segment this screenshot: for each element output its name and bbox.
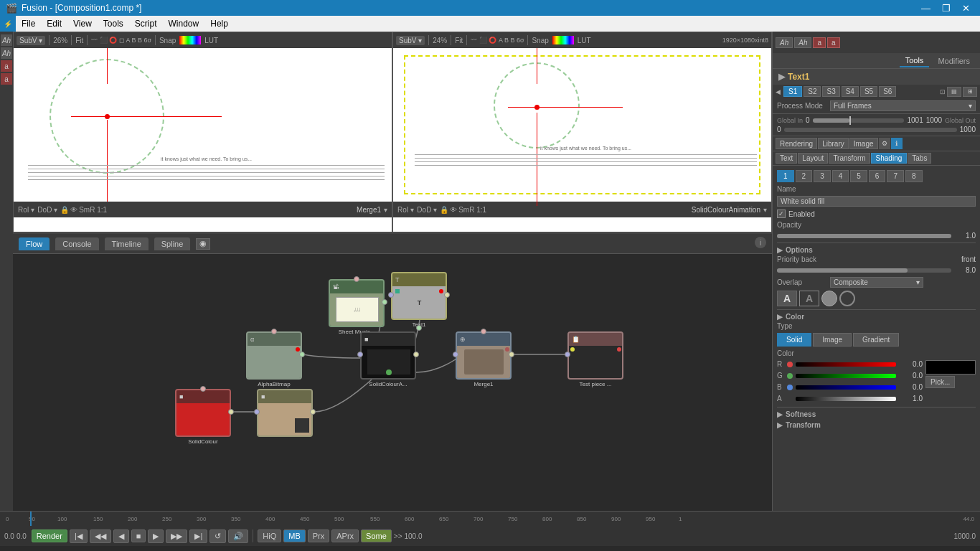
subv-btn-2[interactable]: SubV ▾ [396,36,425,45]
node-tan[interactable]: ■ [257,389,313,438]
restore-button[interactable]: ❐ [938,3,955,14]
prop-tab-library[interactable]: Library [818,138,849,149]
shading-tab-5[interactable]: 5 [850,170,867,182]
menu-script[interactable]: Script [129,17,163,30]
rp-ah-btn-1[interactable]: Ah [776,37,793,48]
shading-tab-8[interactable]: 8 [905,170,923,182]
r-slider[interactable] [796,362,896,367]
node-solid-colour[interactable]: ■ SolidColour [175,389,231,445]
rp-grid-btn[interactable]: ⊞ [963,87,977,97]
s-tab-1[interactable]: S1 [783,86,802,97]
shading-tab-4[interactable]: 4 [832,170,849,182]
volume-btn[interactable]: 🔊 [228,529,248,543]
menu-file[interactable]: File [16,17,41,30]
node-solid-colour-a[interactable]: ■ SolidColourA... [360,331,416,387]
title-controls[interactable]: — ❐ ✕ [917,3,974,14]
prop-tab-tabs[interactable]: Tabs [908,153,931,164]
softness-arrow[interactable]: ▶ [777,410,783,418]
process-mode-dropdown[interactable]: Full Frames ▾ [830,100,976,111]
global-out-slider[interactable] [784,128,957,132]
node-sheet-music[interactable]: 📽 ♩♩♩ Sheet Music... [329,279,385,335]
menu-view[interactable]: View [67,17,98,30]
node-test-piece[interactable]: 📋 Test piece ... [567,331,623,387]
tab-tools[interactable]: Tools [900,55,930,67]
overlap-dropdown[interactable]: Composite ▾ [830,277,923,288]
node-text1[interactable]: T T Text1 [391,272,447,328]
pick-color-btn[interactable]: Pick... [925,376,955,388]
aprx-btn[interactable]: APrx [331,529,359,542]
alpha-filled-btn[interactable]: A [777,291,797,306]
color-arrow[interactable]: ▶ [777,313,783,321]
frame-start-btn[interactable]: |◀ [70,529,88,543]
stop-btn[interactable]: ■ [131,529,146,542]
s-tab-6[interactable]: S6 [879,86,896,97]
global-range-slider[interactable] [813,118,905,123]
prop-tab-transform[interactable]: Transform [829,153,870,164]
mb-btn[interactable]: MB [283,529,306,542]
some-btn[interactable]: Some [361,529,392,542]
sidebar-ah-1[interactable]: Ah [1,34,12,46]
menu-tools[interactable]: Tools [98,17,129,30]
viewer-2-expand-icon[interactable]: ▾ [763,206,767,214]
shading-tab-6[interactable]: 6 [869,170,886,182]
prop-tab-shading[interactable]: Shading [871,153,908,164]
color-swatch[interactable] [925,360,976,375]
rp-view-btn[interactable]: ▤ [947,87,961,97]
tab-modifiers[interactable]: Modifiers [932,55,976,67]
tab-console[interactable]: Console [55,237,98,250]
rp-a-btn-2[interactable]: a [827,37,840,48]
tab-timeline[interactable]: Timeline [105,237,149,250]
info-icon[interactable]: i [755,237,766,248]
s-tab-3[interactable]: S3 [822,86,839,97]
transform-arrow[interactable]: ▶ [777,421,783,429]
frame-back-btn[interactable]: ◀◀ [90,529,111,543]
rp-a-btn-1[interactable]: a [813,37,826,48]
frame-fwd-btn[interactable]: ▶▶ [166,529,187,543]
prop-tab-settings-icon[interactable]: ⚙ [879,138,890,149]
type-solid-btn[interactable]: Solid [777,333,811,347]
hiq-btn[interactable]: HiQ [258,529,281,542]
tab-flow[interactable]: Flow [19,237,50,250]
sidebar-ah-2[interactable]: Ah [1,47,12,59]
priority-slider[interactable] [777,268,951,273]
frame-end-btn[interactable]: ▶| [189,529,207,543]
name-input[interactable] [777,196,976,207]
menu-edit[interactable]: Edit [41,17,67,30]
type-image-btn[interactable]: Image [813,333,852,347]
subv-btn-1[interactable]: SubV ▾ [17,36,45,45]
shading-tab-1[interactable]: 1 [777,170,794,182]
minimize-button[interactable]: — [917,3,935,14]
shading-tab-3[interactable]: 3 [814,170,831,182]
loop-btn[interactable]: ↺ [209,529,226,543]
prop-tab-info-icon[interactable]: ℹ [891,138,903,149]
flow-toggle-btn[interactable]: ◉ [196,238,210,250]
type-gradient-btn[interactable]: Gradient [853,333,899,347]
options-arrow[interactable]: ▶ [777,246,783,254]
sidebar-a-1[interactable]: a [1,60,12,72]
node-alpha-bitmap[interactable]: α AlphaBitmap [246,331,302,387]
node-merge1[interactable]: ⊕ Merge1 [456,331,512,387]
play-back-btn[interactable]: ◀ [113,529,129,543]
close-button[interactable]: ✕ [958,3,974,14]
s-tab-4[interactable]: S4 [842,86,859,97]
menu-help[interactable]: Help [204,17,234,30]
circle-outline-btn[interactable] [839,291,855,306]
render-button[interactable]: Render [32,529,67,542]
circle-filled-btn[interactable] [821,291,837,306]
shading-tab-2[interactable]: 2 [796,170,813,182]
opacity-slider[interactable] [777,234,951,238]
prop-tab-image[interactable]: Image [849,138,878,149]
enabled-checkbox[interactable]: ✓ [777,209,786,218]
tab-spline[interactable]: Spline [154,237,191,250]
shading-tab-7[interactable]: 7 [887,170,904,182]
alpha-outline-btn[interactable]: A [799,291,819,306]
s-tab-5[interactable]: S5 [860,86,877,97]
prop-tab-text[interactable]: Text [776,153,797,164]
prop-tab-layout[interactable]: Layout [798,153,828,164]
sidebar-a-2[interactable]: a [1,73,12,85]
prx-btn[interactable]: Prx [308,529,330,542]
viewer-1-expand-icon[interactable]: ▾ [384,206,387,214]
play-btn[interactable]: ▶ [148,529,164,543]
a-slider[interactable] [796,397,896,401]
s-tab-2[interactable]: S2 [804,86,821,97]
